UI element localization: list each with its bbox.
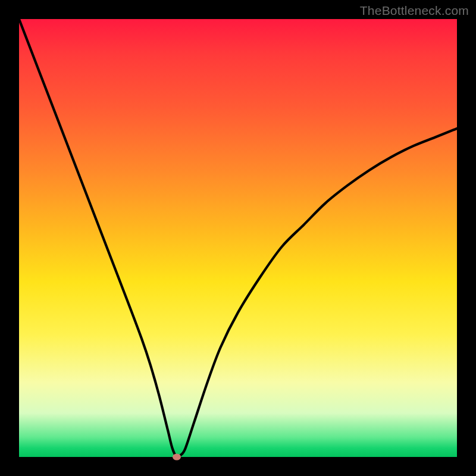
- watermark-text: TheBottleneck.com: [360, 4, 469, 18]
- minimum-marker: [173, 454, 181, 461]
- chart-frame: TheBottleneck.com: [0, 0, 476, 476]
- plot-area: [19, 19, 457, 457]
- bottleneck-curve: [19, 19, 457, 457]
